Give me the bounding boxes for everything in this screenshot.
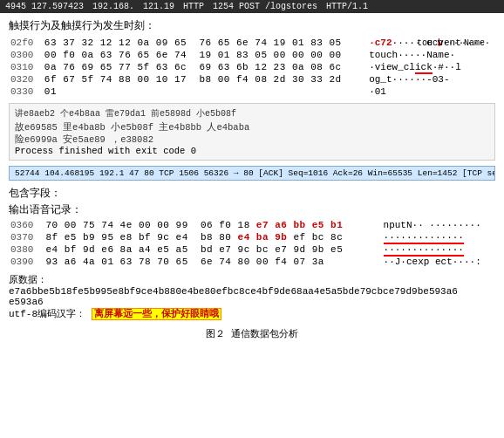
hex-row-0330: 0330 01 ·01	[9, 86, 495, 98]
hex-table-output: 0360 70 00 75 74 4e 00 00 99 06 f0 18 e7…	[9, 219, 495, 268]
char-row2: 故e69585 里e4ba8b 小e5b08f 主e4b8bb 人e4baba	[15, 121, 489, 133]
hex-row-0370: 0370 8f e5 b9 95 e8 bf 9c e4 b8 80 e4 ba…	[9, 231, 495, 243]
addr-0300: 0300	[9, 49, 43, 61]
ascii-0370: ··············	[382, 231, 495, 243]
bytes-0380: e4 bf 9d e6 8a a4 e5 a5 bd e7 9c bc e7 9…	[44, 243, 381, 256]
section-title-touch: 触摸行为及触摸行为发生时刻：	[9, 18, 495, 33]
top-bar-col4: HTTP	[183, 2, 204, 11]
utf8-line: utf-8编码汉字： 离屏幕远一些，保护好眼睛哦	[9, 307, 495, 320]
top-bar-col2: 192.168.	[92, 2, 134, 11]
char-row3: 险e6999a 安e5ae89 ，e38082	[15, 133, 489, 146]
ascii-0360: nputN·· ·········	[382, 219, 495, 231]
top-bar-col3: 121.19	[143, 2, 174, 11]
addr-0390: 0390	[9, 256, 44, 268]
addr-0320: 0320	[9, 73, 43, 86]
status-bar: 52744 104.468195 192.1 47 80 TCP 1506 56…	[9, 166, 495, 181]
char-row-text: 讲e8aeb2 个e4b8aa 雷e79da1 前e5898d 小e5b08f	[15, 107, 236, 120]
ascii-0310: ·view_click·#··l	[367, 61, 495, 73]
ascii-0330: ·01	[367, 86, 495, 98]
addr-0360: 0360	[9, 219, 44, 231]
ascii-0390: ··J·cexp ect····:	[382, 256, 495, 268]
middle-section: 讲e8aeb2 个e4b8aa 雷e79da1 前e5898d 小e5b08f …	[9, 103, 495, 161]
hex-row-0380: 0380 e4 bf 9d e6 8a a4 e5 a5 bd e7 9c bc…	[9, 243, 495, 256]
raw-label-1: 原数据：	[9, 275, 47, 285]
raw-label-2: e593a6	[9, 297, 44, 307]
addr-0380: 0380	[9, 243, 44, 256]
bytes-02f0: 63 37 32 12 12 0a 09 65 76 65 6e 74 19 0…	[43, 37, 367, 49]
ascii-0300: touch·····Name·	[367, 49, 495, 61]
hex-row-0360: 0360 70 00 75 74 4e 00 00 99 06 f0 18 e7…	[9, 219, 495, 231]
ascii-0380: ··············	[382, 243, 495, 256]
process-exit: Process finished with exit code 0	[15, 146, 489, 156]
char-line2: 险e6999a 安e5ae89 ，e38082	[15, 134, 153, 145]
bytes-0370: 8f e5 b9 95 e8 bf 9c e4 b8 80 e4 ba 9b e…	[44, 231, 381, 243]
hex-row-0300: 0300 00 f0 0a 63 76 65 6e 74 19 01 83 05…	[9, 49, 495, 61]
bytes-0390: 93 a6 4a 01 63 78 70 65 6e 74 80 00 f4 0…	[44, 256, 381, 268]
addr-0310: 0310	[9, 61, 43, 73]
bytes-0320: 6f 67 5f 74 88 00 10 17 b8 00 f4 08 2d 3…	[43, 73, 367, 86]
raw-data-section: 原数据： e7a6bbe5b18fe5b995e8bf9ce4b880e4be8…	[9, 273, 495, 320]
char-line1: 故e69585 里e4ba8b 小e5b08f 主e4b8bb 人e4baba	[15, 122, 249, 133]
bytes-0300: 00 f0 0a 63 76 65 6e 74 19 01 83 05 00 0…	[43, 49, 367, 61]
section-label-fields: 包含字段：	[9, 186, 495, 201]
bytes-0330: 01	[43, 86, 367, 98]
top-bar-col5: 1254 POST /logstores	[213, 2, 317, 11]
bytes-0310: 0a 76 69 65 77 5f 63 6c 69 63 6b 12 23 0…	[43, 61, 367, 73]
output-label: 输出语音记录：	[9, 202, 495, 217]
hex-row-0320: 0320 6f 67 5f 74 88 00 10 17 b8 00 f4 08…	[9, 73, 495, 86]
addr-0330: 0330	[9, 86, 43, 98]
ascii-0320: og_t······-03-	[367, 73, 495, 86]
raw-data-line1: 原数据： e7a6bbe5b18fe5b995e8bf9ce4b880e4be8…	[9, 273, 495, 297]
utf8-value: 离屏幕远一些，保护好眼睛哦	[92, 308, 221, 320]
bytes-0360: 70 00 75 74 4e 00 00 99 06 f0 18 e7 a6 b…	[44, 219, 381, 231]
hex-row-0310: 0310 0a 76 69 65 77 5f 63 6c 69 63 6b 12…	[9, 61, 495, 73]
raw-value-1: e7a6bbe5b18fe5b995e8bf9ce4b880e4be80efbc…	[9, 286, 458, 297]
output-hex-section: 0360 70 00 75 74 4e 00 00 99 06 f0 18 e7…	[9, 219, 495, 268]
top-bar-col6: HTTP/1.1	[326, 2, 368, 11]
top-bar-col1: 4945 127.597423	[5, 2, 84, 11]
hex-row-0390: 0390 93 a6 4a 01 63 78 70 65 6e 74 80 00…	[9, 256, 495, 268]
raw-data-line2: e593a6	[9, 297, 495, 307]
top-bar: 4945 127.597423 192.168. 121.19 HTTP 125…	[0, 0, 504, 13]
addr-02f0: 02f0	[9, 37, 43, 49]
utf8-label: utf-8编码汉字：	[9, 309, 85, 319]
figure-caption: 图２ 通信数据包分析	[9, 327, 495, 340]
char-row: 讲e8aeb2 个e4b8aa 雷e79da1 前e5898d 小e5b08f	[15, 107, 489, 120]
touch-name-label: touch····Name·	[417, 38, 490, 48]
addr-0370: 0370	[9, 231, 44, 243]
hex-section: ↘ touch····Name· 02f0 63 37 32 12 12 0a …	[9, 37, 495, 98]
